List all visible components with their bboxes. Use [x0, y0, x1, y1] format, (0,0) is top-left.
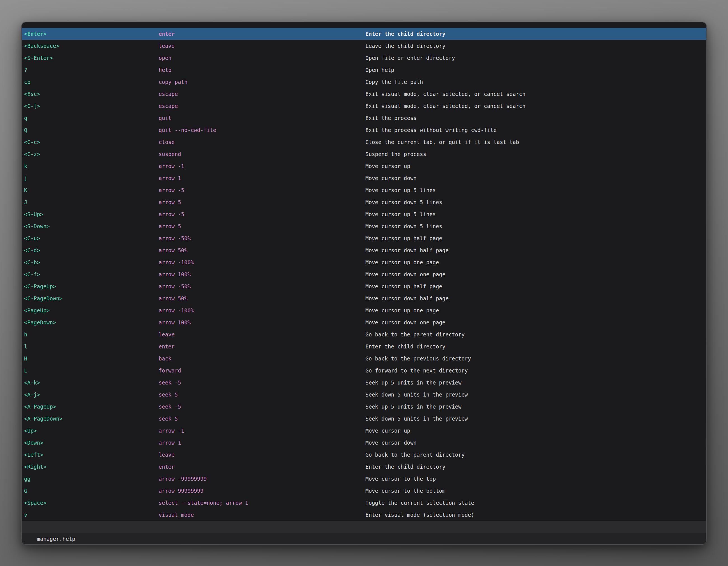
description-cell: Go forward to the next directory — [365, 365, 468, 377]
help-row[interactable]: h leave Go back to the parent directory — [22, 328, 706, 340]
help-row[interactable]: <Space> select --state=none; arrow 1 Tog… — [22, 497, 706, 509]
help-row[interactable]: J arrow 5 Move cursor down 5 lines — [22, 196, 706, 208]
description-cell: Move cursor up one page — [365, 257, 439, 269]
command-cell: select --state=none; arrow 1 — [159, 497, 248, 509]
help-row[interactable]: <C-z> suspend Suspend the process — [22, 148, 706, 160]
status-bar-label: manager.help — [37, 536, 75, 542]
help-row[interactable]: cp copy path Copy the file path — [22, 76, 706, 88]
command-cell: arrow 5 — [159, 220, 181, 233]
command-cell: seek 5 — [159, 413, 178, 425]
keybinding-cell: <PageDown> — [24, 316, 56, 328]
command-cell: arrow -5 — [159, 184, 184, 196]
help-row[interactable]: <A-PageUp> seek -5 Seek up 5 units in th… — [22, 401, 706, 413]
footer-filler — [22, 533, 706, 544]
command-cell: arrow 100% — [159, 316, 191, 328]
description-cell: Go back to the parent directory — [365, 328, 465, 340]
description-cell: Move cursor up — [365, 160, 410, 172]
help-row[interactable]: G arrow 99999999 Move cursor to the bott… — [22, 485, 706, 497]
help-row[interactable]: <Right> enter Enter the child directory — [22, 461, 706, 473]
command-cell: leave — [159, 449, 175, 461]
description-cell: Seek down 5 units in the preview — [365, 413, 468, 425]
keybinding-cell: gg — [24, 473, 30, 485]
keybinding-cell: <C-d> — [24, 245, 40, 257]
description-cell: Move cursor up 5 lines — [365, 184, 436, 196]
help-row[interactable]: <C-u> arrow -50% Move cursor up half pag… — [22, 233, 706, 245]
keybinding-cell: Q — [24, 124, 27, 136]
description-cell: Enter the child directory — [365, 28, 445, 40]
help-row[interactable]: <A-PageDown> seek 5 Seek down 5 units in… — [22, 413, 706, 425]
description-cell: Exit the process — [365, 112, 417, 124]
description-cell: Move cursor down one page — [365, 316, 445, 328]
command-cell: seek -5 — [159, 377, 181, 389]
help-row[interactable]: <Enter> enter Enter the child directory — [22, 28, 706, 40]
help-row[interactable]: <C-[> escape Exit visual mode, clear sel… — [22, 100, 706, 112]
description-cell: Move cursor down 5 lines — [365, 196, 442, 208]
help-row[interactable]: v visual_mode Enter visual mode (selecti… — [22, 509, 706, 521]
help-row[interactable]: ? help Open help — [22, 64, 706, 76]
help-row[interactable]: l enter Enter the child directory — [22, 340, 706, 353]
help-row[interactable]: <S-Enter> open Open file or enter direct… — [22, 52, 706, 64]
help-row[interactable]: <C-c> close Close the current tab, or qu… — [22, 136, 706, 148]
command-cell: enter — [159, 461, 175, 473]
help-row[interactable]: j arrow 1 Move cursor down — [22, 172, 706, 184]
help-row[interactable]: <C-b> arrow -100% Move cursor up one pag… — [22, 257, 706, 269]
keybinding-cell: <S-Up> — [24, 208, 43, 220]
help-row[interactable]: L forward Go forward to the next directo… — [22, 365, 706, 377]
command-cell: enter — [159, 340, 175, 353]
help-row[interactable]: <Esc> escape Exit visual mode, clear sel… — [22, 88, 706, 100]
help-row[interactable]: <C-PageUp> arrow -50% Move cursor up hal… — [22, 281, 706, 292]
command-cell: quit — [159, 112, 172, 124]
command-cell: forward — [159, 365, 181, 377]
keybinding-cell: <A-PageDown> — [24, 413, 62, 425]
description-cell: Open file or enter directory — [365, 52, 455, 64]
help-row[interactable]: H back Go back to the previous directory — [22, 353, 706, 365]
keybinding-cell: j — [24, 172, 27, 184]
command-cell: arrow -50% — [159, 281, 191, 292]
help-row[interactable]: gg arrow -99999999 Move cursor to the to… — [22, 473, 706, 485]
description-cell: Enter visual mode (selection mode) — [365, 509, 474, 521]
help-row[interactable]: <C-d> arrow 50% Move cursor down half pa… — [22, 245, 706, 257]
help-row[interactable]: k arrow -1 Move cursor up — [22, 160, 706, 172]
help-row[interactable]: <Left> leave Go back to the parent direc… — [22, 449, 706, 461]
description-cell: Move cursor down — [365, 172, 417, 184]
help-row[interactable]: <Backspace> leave Leave the child direct… — [22, 40, 706, 52]
help-row[interactable]: <C-PageDown> arrow 50% Move cursor down … — [22, 292, 706, 304]
command-cell: arrow -100% — [159, 304, 194, 316]
help-row[interactable]: q quit Exit the process — [22, 112, 706, 124]
help-row[interactable]: <A-j> seek 5 Seek down 5 units in the pr… — [22, 389, 706, 401]
help-row[interactable]: Q quit --no-cwd-file Exit the process wi… — [22, 124, 706, 136]
help-row[interactable]: <PageDown> arrow 100% Move cursor down o… — [22, 316, 706, 328]
help-row[interactable]: <PageUp> arrow -100% Move cursor up one … — [22, 304, 706, 316]
command-cell: arrow 1 — [159, 437, 181, 449]
keybinding-cell: q — [24, 112, 27, 124]
description-cell: Move cursor up 5 lines — [365, 208, 436, 220]
keybinding-cell: <PageUp> — [24, 304, 50, 316]
description-cell: Seek up 5 units in the preview — [365, 377, 461, 389]
command-cell: copy path — [159, 76, 187, 88]
help-row[interactable]: <S-Up> arrow -5 Move cursor up 5 lines — [22, 208, 706, 220]
terminal-window: <Enter> enter Enter the child directory … — [21, 22, 707, 545]
help-row[interactable]: <S-Down> arrow 5 Move cursor down 5 line… — [22, 220, 706, 233]
keybinding-cell: h — [24, 328, 27, 340]
command-cell: arrow -99999999 — [159, 473, 207, 485]
help-row[interactable]: <Down> arrow 1 Move cursor down — [22, 437, 706, 449]
keybinding-cell: J — [24, 196, 27, 208]
keybinding-cell: <Esc> — [24, 88, 40, 100]
description-cell: Move cursor down one page — [365, 269, 445, 281]
command-cell: seek -5 — [159, 401, 181, 413]
description-cell: Move cursor up half page — [365, 233, 442, 245]
command-cell: quit --no-cwd-file — [159, 124, 216, 136]
command-cell: open — [159, 52, 172, 64]
status-bar: manager.help — [22, 521, 706, 533]
keybinding-cell: <Down> — [24, 437, 43, 449]
keybinding-cell: <Space> — [24, 497, 46, 509]
description-cell: Go back to the previous directory — [365, 353, 471, 365]
command-cell: leave — [159, 328, 175, 340]
help-row[interactable]: <A-k> seek -5 Seek up 5 units in the pre… — [22, 377, 706, 389]
command-cell: enter — [159, 28, 175, 40]
help-row[interactable]: K arrow -5 Move cursor up 5 lines — [22, 184, 706, 196]
command-cell: arrow -1 — [159, 160, 184, 172]
keybinding-cell: <C-[> — [24, 100, 40, 112]
help-row[interactable]: <C-f> arrow 100% Move cursor down one pa… — [22, 269, 706, 281]
help-row[interactable]: <Up> arrow -1 Move cursor up — [22, 425, 706, 437]
